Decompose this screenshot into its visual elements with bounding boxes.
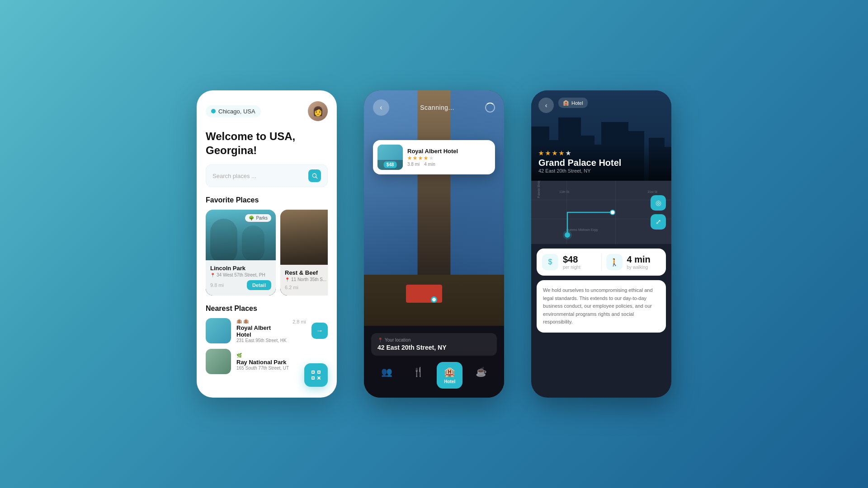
detail-button[interactable]: Detail [247,280,271,290]
expand-button[interactable]: ⤢ [651,214,666,230]
fav-card-2-info: Rest & Beef 📍 11 North 35th S... 6.2 mi [280,265,328,296]
scanning-text: Scanning... [420,104,454,111]
location-chip[interactable]: Chicago, USA [206,105,261,117]
dollar-icon: $ [542,254,558,270]
location-value: 42 East 20th Street, NY [377,344,491,351]
walk-label: by walking [627,265,651,270]
fav-card-2-addr: 📍 11 North 35th S... [285,277,328,282]
hotel-popup-walk: 4 min [424,162,435,167]
nav-item-cafe[interactable]: ☕ [468,362,494,389]
fav-card-2-footer: 6.2 mi [285,285,328,290]
fav-card-2-name: Rest & Beef [285,269,328,276]
phone2-bottom-panel: 📍 Your location 42 East 20th Street, NY … [364,326,504,398]
avatar[interactable]: 👩 [308,101,328,121]
nav-item-hotel[interactable]: 🏨 Hotel [437,362,462,389]
price-info: $48 per night [563,254,580,270]
phone3-back-button[interactable]: ‹ [538,98,554,113]
nearest-name-hotel: Royal Albert Hotel [236,324,287,338]
star-1 [407,156,412,160]
location-text: Chicago, USA [218,108,255,115]
fav-card-2-dist: 6.2 mi [285,285,298,290]
walk-time: 4 min [627,254,651,265]
search-icon[interactable] [308,169,321,182]
description-text: We hold ourselves to uncompromising ethi… [543,286,660,326]
svg-point-13 [610,210,615,215]
hotel-popup-price: $48 [384,161,397,168]
fav-card-1-addr: 📍 34 West 57th Street, PH [210,272,271,277]
people-icon: 👥 [381,366,392,377]
phone1-header: Chicago, USA 👩 [206,101,328,121]
nearest-thumb-hotel [206,318,231,343]
price-per: per night [563,265,580,270]
fork-icon: 🍴 [413,366,424,377]
star-4 [424,156,428,160]
location-label: 📍 Your location [377,338,491,343]
nearest-item-hotel[interactable]: 🏨 🏨 Royal Albert Hotel 231 East 95th Str… [206,318,328,343]
fav-card-tag: 🌳 Parks [245,214,271,222]
coffee-icon: ☕ [476,366,487,377]
hotel-popup-meta: 3.8 mi 4 min [407,162,491,167]
price-amount: $48 [563,254,580,265]
favorite-places-list: 🌳 Parks Lincoln Park 📍 34 West 57th Stre… [206,210,328,296]
nearest-arrow-hotel[interactable]: → [311,323,328,339]
svg-point-12 [563,230,572,239]
star-2 [413,156,417,160]
nav-item-people[interactable]: 👥 [374,362,400,389]
walk-box: 🚶 4 min by walking [606,254,661,270]
ph3-star-1 [538,150,544,156]
nearest-thumb-park [206,349,231,374]
fav-card-rest-beef[interactable]: Rest & Beef 📍 11 North 35th S... 6.2 mi [280,210,328,296]
phone3-hero: ‹ 🏨 Hotel Grand Palace Hotel 42 East 20t… [531,90,671,181]
map-section[interactable]: Pulaski Bridge 11th St 21st St Queens Mi… [531,181,671,244]
fav-card-lincoln-park[interactable]: 🌳 Parks Lincoln Park 📍 34 West 57th Stre… [206,210,276,296]
hotel-popup-name: Royal Albert Hotel [407,148,491,155]
description-section: We hold ourselves to uncompromising ethi… [537,280,666,333]
location-dot-icon [211,109,216,113]
phone-1: Chicago, USA 👩 Welcome to USA, Georgina!… [197,90,337,398]
hotel-name: Grand Palace Hotel [538,158,664,168]
nav-label-hotel: Hotel [444,379,455,384]
nearest-addr-hotel: 231 East 95th Street, HK [236,338,287,343]
hotel-icon: 🏨 [444,366,455,377]
nearest-places-title: Nearest Places [206,305,328,313]
hotel-type-badge: 🏨 Hotel [558,98,588,108]
hotel-stars [538,150,664,156]
price-box: $ $48 per night [542,254,597,270]
nearest-dist-hotel: 2.8 mi [292,319,306,324]
ph3-star-4 [559,150,564,156]
map-controls: ◎ ⤢ [651,195,666,230]
price-divider [601,254,602,270]
hotel-name-card: Grand Palace Hotel 42 East 20th Street, … [531,143,671,181]
search-input[interactable]: Search places ... [212,173,305,179]
welcome-heading: Welcome to USA, Georgina! [206,129,328,157]
nearest-type-park: 🌿 [236,353,328,358]
nearest-info-hotel: 🏨 🏨 Royal Albert Hotel 231 East 95th Str… [236,319,287,343]
hotel-popup-image: $48 [377,145,403,170]
ph3-star-2 [545,150,551,156]
nearest-type-hotel: 🏨 🏨 [236,319,287,324]
fav-card-1-info: Lincoln Park 📍 34 West 57th Street, PH 9… [206,260,276,296]
nav-item-restaurant[interactable]: 🍴 [406,362,431,389]
phone2-back-button[interactable]: ‹ [373,99,389,116]
price-section: $ $48 per night 🚶 4 min by walking [537,249,666,276]
fav-card-1-dist: 9.8 mi [210,282,224,288]
fav-card-1-footer: 9.8 mi Detail [210,280,271,290]
hotel-popup-distance: 3.8 mi [407,162,420,167]
locate-button[interactable]: ◎ [651,195,666,211]
fav-card-1-name: Lincoln Park [210,265,271,272]
favorite-places-title: Favorite Places [206,196,328,204]
hotel-popup-info: Royal Albert Hotel 3.8 mi 4 min [407,148,491,167]
phone-3: ‹ 🏨 Hotel Grand Palace Hotel 42 East 20t… [531,90,671,398]
walk-icon: 🚶 [606,254,623,270]
svg-line-1 [316,177,317,178]
bottom-nav: 👥 🍴 🏨 Hotel ☕ [371,362,497,389]
scanning-spinner-icon [485,103,495,113]
scan-fab-button[interactable] [304,363,328,387]
phone2-header: ‹ Scanning... [364,90,504,121]
search-bar[interactable]: Search places ... [206,164,328,187]
hotel-badge-label: Hotel [571,100,583,106]
phone-2: ‹ Scanning... $48 Royal Albert Hotel 3.8… [364,90,504,398]
ph3-star-3 [552,150,557,156]
hotel-popup-card[interactable]: $48 Royal Albert Hotel 3.8 mi 4 min [373,140,495,174]
star-3 [418,156,423,160]
